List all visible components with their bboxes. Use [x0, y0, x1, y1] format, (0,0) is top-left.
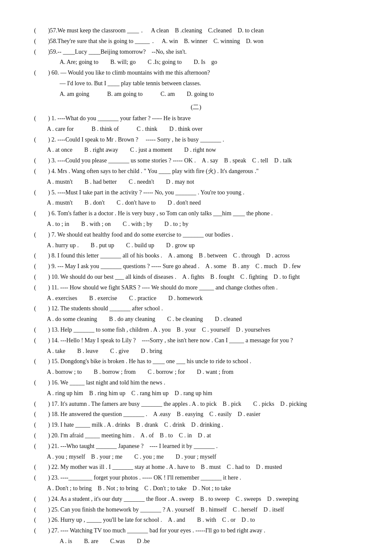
question-line-q27a: ( ) 27. ---- Watching TV too much ______…	[34, 526, 358, 536]
question-line-q12a: ( ) 12. The students should _______ afte…	[34, 304, 358, 314]
question-line-q15b: A . borrow ; to B . borrow ; from C . bo…	[47, 367, 358, 377]
question-line-q17a: ( ) 17. It's autumn . The famers are bus…	[34, 399, 358, 409]
question-line-q60a: ( ) 60. — Would you like to climb mounta…	[34, 68, 358, 78]
question-line-q12b: A . do some cleaning B . do any cleaning…	[47, 314, 358, 324]
question-line-q7b: A . hurry up . B . put up C . build up D…	[47, 240, 358, 251]
question-line-q8a: ( ) 8. I found this letter _______ all o…	[34, 251, 358, 261]
question-line-q58: ( )58.They're sure that she is going to …	[34, 36, 358, 46]
question-line-q11b: A . exercises B . exercise C . practice …	[47, 293, 358, 304]
question-line-q21b: A . you ; myself B . your ; me C . you ;…	[47, 452, 358, 462]
question-line-q14a: ( ) 14. ---Hello ! May I speak to Lily ?…	[34, 335, 358, 346]
question-line-q4a: ( ) 4. Mrs . Wang often says to her chil…	[34, 166, 358, 176]
question-line-q21a: ( ) 21. ---Who taught _______ Japanese ?…	[34, 441, 358, 451]
question-line-q1a: ( ) 1. ----What do you _______ your fath…	[34, 113, 358, 124]
question-line-section: (二)	[34, 102, 358, 113]
question-line-q27b: A . is B. are C.was D .be	[60, 536, 358, 546]
question-line-q2a: ( ) 2. ----Could I speak to Mr . Brown ?…	[34, 135, 358, 145]
question-line-q2b: A . at once B . right away C . just a mo…	[47, 145, 358, 155]
question-line-q14b: A . take B . leave C . give D . bring	[47, 346, 358, 356]
question-line-q25a: ( ) 25. Can you finish the homework by _…	[34, 505, 358, 515]
exam-content: ( )57.We must keep the classroom ____． A…	[34, 26, 358, 546]
question-line-q22a: ( ) 22. My mother was ill . I _______ st…	[34, 462, 358, 472]
question-line-q6a: ( ) 6. Tom's father is a doctor . He is …	[34, 208, 358, 219]
question-line-q5b: A . mustn't B . don't C . don't have to …	[47, 198, 358, 208]
question-line-q60b: — I'd love to. But I ____ play table ten…	[60, 78, 358, 89]
question-line-q24a: ( ) 24. As a student , it's our duty ___…	[34, 494, 358, 504]
question-line-q57: ( )57.We must keep the classroom ____． A…	[34, 26, 358, 36]
question-line-q19a: ( ) 19. I hate _____ milk . A . drinks B…	[34, 420, 358, 430]
question-line-q9a: ( ) 9. --- May I ask you _______ questio…	[34, 261, 358, 272]
question-line-q7a: ( ) 7. We should eat healthy food and do…	[34, 230, 358, 240]
question-line-q4b: A . mustn't B . had better C . needn't D…	[47, 177, 358, 187]
question-line-q15a: ( ) 15. Dongdong's bike is broken . He h…	[34, 356, 358, 367]
question-line-q59a: ( )59.-- ____Lucy ____Beijing tomorrow? …	[34, 47, 358, 57]
question-line-q60c: A. am going B. am going to C. am D. goin…	[60, 89, 358, 99]
question-line-q20a: ( ) 20. I'm afraid _____ meeting him . A…	[34, 431, 358, 441]
question-line-q5a: ( ) 5. ----Must I take part in the activ…	[34, 188, 358, 198]
question-line-q6b: A . to ; in B . with ; on C . with ; by …	[47, 219, 358, 229]
question-line-q13a: ( ) 13. Help _______ to some fish , chil…	[34, 325, 358, 335]
question-line-q23b: A . Don't ; to bring B . Not ; to bring …	[47, 483, 358, 494]
question-line-q18a: ( ) 18. He answered the question _______…	[34, 409, 358, 419]
question-line-q3a: ( ) 3. ----Could you please _______ us s…	[34, 156, 358, 166]
question-line-q23a: ( ) 23. ----________ forget your photos …	[34, 473, 358, 483]
question-line-q26a: ( ) 26. Hurry up , _____ you'll be late …	[34, 515, 358, 525]
question-line-q16b: A . ring up him B . ring him up C . rang…	[47, 388, 358, 399]
question-line-q1b: A . care for B . think of C . think D . …	[47, 124, 358, 134]
question-line-q10a: ( ) 10. We should do our best ___ all ki…	[34, 272, 358, 282]
question-line-q59b: A. Are; going to B. will; go C .Is; goin…	[60, 57, 358, 67]
question-line-q16a: ( ) 16. We _____ last night and told him…	[34, 378, 358, 388]
question-line-q11a: ( ) 11. ---- How should we fight SARS ? …	[34, 283, 358, 293]
